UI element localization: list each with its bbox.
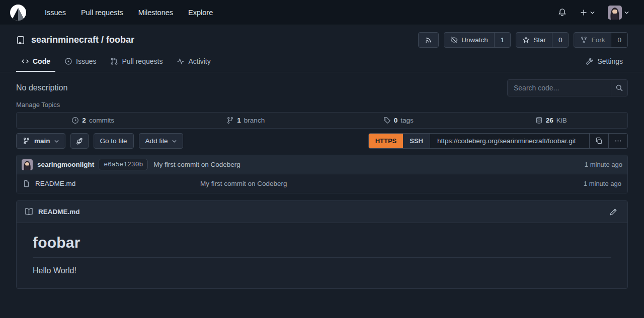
tab-pull-requests[interactable]: Pull requests <box>105 53 168 72</box>
tab-issues[interactable]: Issues <box>59 53 101 72</box>
tab-activity[interactable]: Activity <box>172 53 215 72</box>
search-icon <box>615 84 623 92</box>
tab-activity-label: Activity <box>188 57 210 65</box>
file-commit-time: 1 minute ago <box>551 180 621 187</box>
copy-icon <box>595 137 603 145</box>
commit-message[interactable]: My first commit on Codeberg <box>153 161 240 168</box>
code-icon <box>21 57 29 65</box>
search-button[interactable] <box>611 80 627 96</box>
star-button[interactable]: Star 0 <box>516 32 569 48</box>
commit-author[interactable]: searingmoonlight <box>37 161 94 168</box>
rss-button[interactable] <box>418 32 439 48</box>
git-compare-icon <box>75 137 84 145</box>
history-icon <box>71 117 79 124</box>
search-input[interactable] <box>508 84 611 92</box>
readme-title: foobar <box>33 234 611 258</box>
codeberg-logo-icon[interactable] <box>10 5 26 21</box>
fork-button[interactable]: Fork 0 <box>574 32 628 48</box>
table-row: README.md My first commit on Codeberg 1 … <box>17 174 627 193</box>
clone-url-group: HTTPS SSH https://codeberg.org/searinmin… <box>368 133 628 149</box>
ellipsis-icon <box>614 137 622 145</box>
unwatch-button[interactable]: Unwatch 1 <box>444 32 511 48</box>
ssh-toggle-button[interactable]: SSH <box>403 134 430 148</box>
file-icon <box>23 180 30 187</box>
commit-sha-badge[interactable]: e6a5e1230b <box>99 159 148 170</box>
plus-icon <box>580 9 588 17</box>
navbar-right <box>553 2 634 24</box>
tab-issues-label: Issues <box>76 57 96 65</box>
tags-stat[interactable]: 0 tags <box>322 113 475 128</box>
file-name-link[interactable]: README.md <box>35 180 75 187</box>
main-content: No description Manage Topics 2 commits <box>0 79 644 289</box>
size-stat[interactable]: 26 KiB <box>475 113 628 128</box>
manage-topics-link[interactable]: Manage Topics <box>16 101 60 109</box>
add-file-button[interactable]: Add file <box>139 133 183 149</box>
readme-filename[interactable]: README.md <box>38 208 80 216</box>
repository-icon <box>16 36 25 45</box>
branches-count: 1 <box>237 117 241 124</box>
nav-link-pull-requests[interactable]: Pull requests <box>73 5 131 21</box>
repo-stats-bar: 2 commits 1 branch 0 tags <box>16 112 628 129</box>
stars-count[interactable]: 0 <box>552 33 569 47</box>
chevron-down-icon <box>624 11 629 14</box>
book-open-icon <box>25 207 33 216</box>
create-new-button[interactable] <box>575 5 600 21</box>
wrench-icon <box>586 57 594 65</box>
star-label: Star <box>533 36 546 44</box>
database-icon <box>535 117 543 124</box>
branch-icon <box>226 117 234 124</box>
eye-slash-icon <box>450 36 458 44</box>
branches-label: branch <box>244 117 265 124</box>
forks-count[interactable]: 0 <box>611 33 627 47</box>
commits-label: commits <box>89 117 114 124</box>
compare-button[interactable] <box>70 133 89 149</box>
commits-count: 2 <box>82 117 86 124</box>
more-options-button[interactable] <box>608 134 627 148</box>
copy-url-button[interactable] <box>589 134 608 148</box>
watchers-count[interactable]: 1 <box>494 33 511 47</box>
pull-request-icon <box>110 57 118 65</box>
size-unit: KiB <box>556 117 567 124</box>
description-row: No description <box>16 79 628 96</box>
tag-icon <box>383 117 391 124</box>
edit-readme-button[interactable] <box>607 206 619 218</box>
rss-icon <box>425 36 432 44</box>
readme-panel: README.md foobar Hello World! <box>16 200 628 289</box>
chevron-down-icon <box>172 140 177 143</box>
clone-url-field[interactable]: https://codeberg.org/searinminecraft/foo… <box>430 134 589 148</box>
bell-icon <box>558 8 567 17</box>
tags-count: 0 <box>394 117 398 124</box>
go-to-file-label: Go to file <box>100 137 127 145</box>
readme-header: README.md <box>17 201 627 223</box>
notifications-button[interactable] <box>553 4 572 21</box>
go-to-file-button[interactable]: Go to file <box>94 133 134 149</box>
user-menu-button[interactable] <box>603 2 634 24</box>
tabbar-spacer <box>218 53 579 72</box>
tags-label: tags <box>400 117 414 124</box>
code-search-box <box>507 79 628 96</box>
branches-stat[interactable]: 1 branch <box>170 113 323 128</box>
tab-pull-requests-label: Pull requests <box>122 57 163 65</box>
file-name-cell: README.md <box>23 180 200 187</box>
tab-code[interactable]: Code <box>16 53 55 72</box>
https-toggle-button[interactable]: HTTPS <box>369 134 404 148</box>
branch-selector-button[interactable]: main <box>16 133 65 149</box>
nav-link-issues[interactable]: Issues <box>37 5 73 21</box>
file-commit-message[interactable]: My first commit on Codeberg <box>200 180 551 187</box>
repo-title[interactable]: searinminecraft / foobar <box>31 35 134 45</box>
branch-toolbar: main Go to file Add file HTTPS <box>16 133 628 149</box>
file-browser: searingmoonlight e6a5e1230b My first com… <box>16 155 628 193</box>
nav-link-milestones[interactable]: Milestones <box>131 5 181 21</box>
chevron-down-icon <box>590 11 595 14</box>
current-branch-name: main <box>34 137 50 145</box>
star-icon <box>522 36 530 44</box>
branch-icon <box>23 137 30 145</box>
issue-icon <box>64 57 72 65</box>
tab-settings[interactable]: Settings <box>581 53 628 72</box>
add-file-label: Add file <box>145 137 168 145</box>
nav-link-explore[interactable]: Explore <box>181 5 220 21</box>
avatar[interactable] <box>22 159 33 170</box>
commits-stat[interactable]: 2 commits <box>17 113 170 128</box>
repo-header: searinminecraft / foobar <box>0 25 644 51</box>
unwatch-label: Unwatch <box>461 36 488 44</box>
